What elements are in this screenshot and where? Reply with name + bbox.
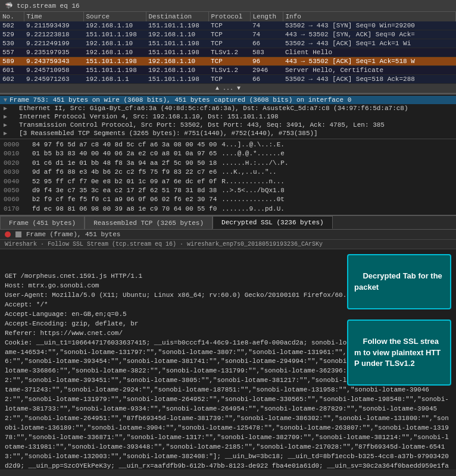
hex-dump-row: 0170fd ec 98 81 06 98 00 39 a8 1e c9 70 …	[4, 205, 452, 214]
hex-ascii: ....@.@.*......e	[221, 149, 285, 158]
bottom-tabs[interactable]: Frame (451 bytes)Reassembled TCP (3265 b…	[0, 215, 456, 230]
hex-dump-row: 00309d af f6 88 e3 4b b6 2c c2 f5 75 f9 …	[4, 168, 452, 177]
http-content-line: Accept-Language: en-GB,en;q=0.5	[5, 310, 451, 320]
packet-table-body: 5029.211593439192.168.1.10151.101.1.198T…	[0, 21, 456, 84]
table-row[interactable]: 6029.245971263192.168.1.1151.101.1.198TC…	[0, 75, 456, 84]
hex-bytes: fd ec 98 81 06 98 00 39 a8 1e c9 70 64 0…	[32, 205, 217, 214]
hex-ascii: ...K.,..u.."..	[221, 168, 276, 177]
expand-arrow-icon: ▼	[4, 97, 7, 104]
hex-dump-row: 000084 97 f6 5d a7 c8 40 8d 5c cf a6 3a …	[4, 140, 452, 149]
frame-detail-row[interactable]: ▶Transmission Control Protocol, Src Port…	[0, 121, 456, 129]
expand-arrow-icon: ▶	[4, 105, 7, 112]
hex-offset: 0040	[4, 177, 27, 186]
expand-arrow-icon: ▶	[4, 121, 7, 129]
hex-ascii: ......H.:.../\.P.	[221, 159, 288, 168]
hex-bytes: b2 f9 cf fe f5 f0 c1 a9 06 0f 06 02 f6 e…	[32, 195, 217, 204]
packet-table: No. Time Source Destination Protocol Len…	[0, 12, 456, 84]
hex-offset: 0050	[4, 186, 27, 195]
packet-table-header: No. Time Source Destination Protocol Len…	[0, 12, 456, 21]
title-bar: 🦈 tcp.stream eq 16	[0, 0, 456, 12]
frame-status-text: Frame (frame), 451 bytes	[26, 231, 120, 238]
frame-detail-text: Ethernet II, Src: Giga-Byt_cf:a6:3a (40:…	[10, 105, 408, 112]
hex-dump-row: 004052 95 ff cf f7 0e e8 b2 01 1c 09 a7 …	[4, 177, 452, 186]
col-header-destination: Destination	[146, 12, 208, 21]
table-row[interactable]: 6019.245710958151.101.1.198192.168.1.10T…	[0, 66, 456, 75]
tooltip-decrypted-tab: Decrypted Tab for the packet	[347, 254, 451, 309]
expand-arrow-icon: ▶	[4, 113, 7, 120]
table-row[interactable]: 5299.221223818151.101.1.198192.168.1.10T…	[0, 30, 456, 39]
tab-button[interactable]: Reassembled TCP (3265 bytes)	[85, 216, 213, 229]
hex-ascii: ..............0t	[221, 195, 285, 204]
hex-bytes: 01 b5 b3 83 40 00 40 06 2a e2 c0 a8 01 0…	[32, 149, 217, 158]
table-row[interactable]: 5309.221249199192.168.1.10151.101.1.198T…	[0, 39, 456, 48]
hex-bytes: 52 95 ff cf f7 0e e8 b2 01 1c 09 a7 6e d…	[32, 177, 217, 186]
stream-bar: Wireshark · Follow SSL Stream (tcp.strea…	[0, 240, 456, 249]
scroll-indicator[interactable]: ▲ ... ▼	[0, 84, 456, 93]
hex-bytes: 01 c6 d1 1e 01 bb 48 f8 3a 94 aa 2f 5c 9…	[32, 159, 217, 168]
http-content-panel[interactable]: GET /morpheus.cnet.1591.js HTTP/1.1 Host…	[0, 249, 456, 469]
col-header-length: Length	[250, 12, 283, 21]
frame-details-panel: ▼Frame 753: 451 bytes on wire (3608 bits…	[0, 93, 456, 139]
col-header-time: Time	[24, 12, 83, 21]
hex-offset: 0060	[4, 195, 27, 204]
hex-ascii: R...........n...	[221, 177, 285, 186]
frame-detail-text: Frame 753: 451 bytes on wire (3608 bits)…	[10, 96, 351, 104]
hex-ascii: .......9...pd.U.	[221, 205, 285, 214]
tab-button[interactable]: Decrypted SSL (3236 bytes)	[213, 216, 333, 229]
stream-bar-text: Wireshark · Follow SSL Stream (tcp.strea…	[5, 241, 323, 248]
hex-bytes: 84 97 f6 5d a7 c8 40 8d 5c cf a6 3a 08 0…	[32, 140, 217, 149]
hex-offset: 0010	[4, 149, 27, 158]
hex-dump-row: 0060b2 f9 cf fe f5 f0 c1 a9 06 0f 06 02 …	[4, 195, 452, 204]
hex-offset: 0000	[4, 140, 27, 149]
frame-detail-row[interactable]: ▶[3 Reassembled TCP Segments (3265 bytes…	[0, 129, 456, 137]
hex-bytes: d9 f4 3e c7 35 3c ea c2 17 2f 62 51 78 3…	[32, 186, 217, 195]
col-header-info: Info	[283, 12, 456, 21]
record-indicator	[5, 231, 11, 237]
tab-button[interactable]: Frame (451 bytes)	[0, 216, 85, 229]
hex-ascii: 4...]..@.\..:.E.	[221, 140, 285, 149]
frame-detail-row[interactable]: ▶Internet Protocol Version 4, Src: 192.1…	[0, 112, 456, 121]
table-row[interactable]: 5029.211593439192.168.1.10151.101.1.198T…	[0, 21, 456, 30]
table-row[interactable]: 5899.243759343151.101.1.198192.168.1.10T…	[0, 57, 456, 66]
col-header-source: Source	[83, 12, 146, 21]
hex-bytes: 9d af f6 88 e3 4b b6 2c c2 f5 75 f9 83 2…	[32, 168, 217, 177]
hex-offset: 0030	[4, 168, 27, 177]
col-header-protocol: Protocol	[208, 12, 250, 21]
hex-dump-row: 001001 b5 b3 83 40 00 40 06 2a e2 c0 a8 …	[4, 149, 452, 158]
frame-detail-row[interactable]: ▼Frame 753: 451 bytes on wire (3608 bits…	[0, 96, 456, 104]
hex-ascii: ..>.5<.../bQx1.8	[221, 186, 285, 195]
hex-dump-panel: 000084 97 f6 5d a7 c8 40 8d 5c cf a6 3a …	[0, 139, 456, 215]
frame-detail-row[interactable]: ▶Ethernet II, Src: Giga-Byt_cf:a6:3a (40…	[0, 104, 456, 112]
frame-detail-text: Transmission Control Protocol, Src Port:…	[10, 121, 385, 129]
window-icon: 🦈	[5, 2, 13, 10]
status-bar: Frame (frame), 451 bytes	[0, 230, 456, 240]
col-header-no: No.	[0, 12, 24, 21]
packet-list: No. Time Source Destination Protocol Len…	[0, 12, 456, 84]
hex-offset: 0020	[4, 159, 27, 168]
table-row[interactable]: 5579.235197935192.168.1.10151.101.1.198T…	[0, 48, 456, 57]
frame-detail-text: Internet Protocol Version 4, Src: 192.16…	[10, 113, 279, 120]
expand-arrow-icon: ▶	[4, 130, 7, 137]
hex-dump-row: 0050d9 f4 3e c7 35 3c ea c2 17 2f 62 51 …	[4, 186, 452, 195]
tooltip-follow-ssl: Follow the SSL stream to view plaintext …	[347, 320, 451, 386]
hex-dump-row: 002001 c6 d1 1e 01 bb 48 f8 3a 94 aa 2f …	[4, 159, 452, 168]
window-title: tcp.stream eq 16	[17, 2, 80, 10]
frame-detail-text: [3 Reassembled TCP Segments (3265 bytes)…	[10, 130, 318, 137]
stop-indicator	[15, 231, 21, 237]
hex-offset: 0170	[4, 205, 27, 214]
